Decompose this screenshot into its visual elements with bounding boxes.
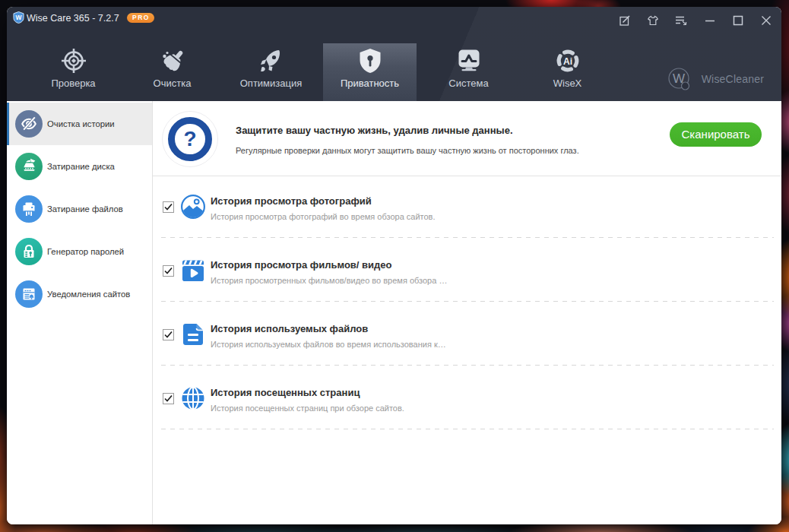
svg-text:W: W <box>16 14 22 21</box>
svg-text:Ai: Ai <box>563 56 572 67</box>
svg-text:W: W <box>673 71 685 86</box>
